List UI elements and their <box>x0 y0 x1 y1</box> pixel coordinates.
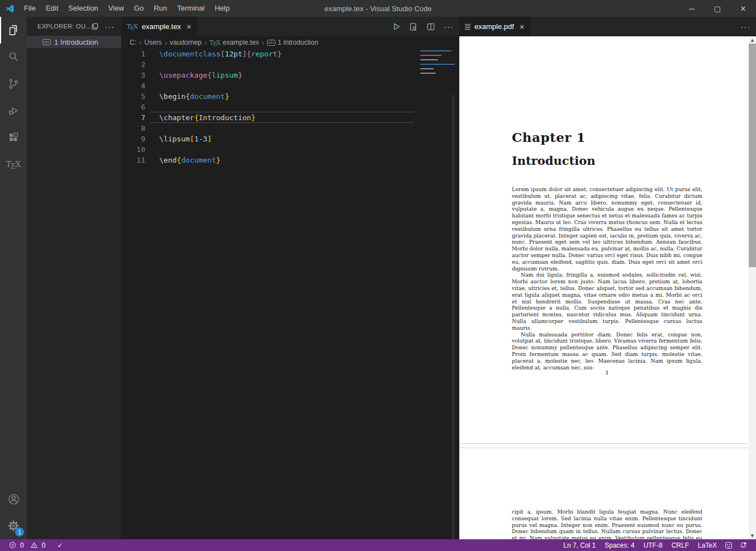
title-bar: FileEditSelectionViewGoRunTerminalHelp e… <box>0 0 756 17</box>
pdf-tab-label: example.pdf <box>474 22 514 31</box>
source-control-icon[interactable] <box>0 70 27 97</box>
sidebar-more-actions-icon[interactable]: ··· <box>104 22 115 31</box>
code-line-8[interactable]: 8 <box>121 123 459 134</box>
menu-terminal[interactable]: Terminal <box>172 0 210 17</box>
breadcrumb-item[interactable]: Users <box>144 39 161 46</box>
errors-count[interactable]: 0 <box>20 542 24 549</box>
menu-help[interactable]: Help <box>210 0 235 17</box>
code-line-6[interactable]: 6 <box>121 102 459 112</box>
breadcrumb-item[interactable]: vaudornep <box>170 39 202 46</box>
run-debug-icon[interactable] <box>0 97 27 124</box>
code-line-10[interactable]: 10 <box>121 144 459 155</box>
view-pdf-button[interactable] <box>409 22 418 31</box>
tex-file-icon: TEX <box>210 39 221 46</box>
close-pdf-tab-icon[interactable]: × <box>520 22 525 31</box>
warnings-count[interactable]: 0 <box>42 542 46 549</box>
symbol-string-icon: abc <box>267 40 275 46</box>
breadcrumb: C:›Users›vaudornep›TEXexample.tex›abc1 I… <box>121 36 459 49</box>
line-number: 2 <box>121 59 145 70</box>
feedback-smiley-icon[interactable] <box>721 542 736 549</box>
menu-file[interactable]: File <box>19 0 41 17</box>
code-line-2[interactable]: 2 <box>121 59 459 70</box>
warnings-icon[interactable] <box>27 542 39 549</box>
search-icon[interactable] <box>0 44 27 70</box>
open-editors-icon[interactable] <box>91 22 99 30</box>
line-number: 5 <box>121 91 145 102</box>
pdf-page1-body: Lorem ipsum dolor sit amet, consectetuer… <box>512 186 702 370</box>
code-line-4[interactable]: 4 <box>121 80 459 91</box>
line-number: 8 <box>121 123 145 134</box>
editor-more-actions-icon[interactable]: ··· <box>444 22 454 31</box>
maximize-button[interactable]: ▢ <box>705 0 730 17</box>
latex-workshop-icon[interactable]: TEX <box>0 151 27 178</box>
line-number: 1 <box>121 49 145 59</box>
menu-run[interactable]: Run <box>149 0 172 17</box>
tab-example-tex[interactable]: TEX example.tex × <box>121 17 197 36</box>
pdf-actions: ··· <box>740 17 750 36</box>
menu-selection[interactable]: Selection <box>63 0 103 17</box>
pdf-page-number: 1 <box>512 369 702 376</box>
line-number: 4 <box>121 80 145 91</box>
status-latex[interactable]: LaTeX <box>693 542 721 549</box>
build-latex-button[interactable] <box>392 22 401 31</box>
status-ln-7-col-1[interactable]: Ln 7, Col 1 <box>559 542 600 549</box>
outline-item-introduction[interactable]: abc 1 Introduction <box>27 36 121 48</box>
symbol-string-icon: abc <box>42 39 51 45</box>
pdf-viewer[interactable]: Chapter 1 Introduction Lorem ipsum dolor… <box>459 36 756 539</box>
line-number: 10 <box>121 144 145 155</box>
status-spaces-4[interactable]: Spaces: 4 <box>600 542 639 549</box>
close-tab-icon[interactable]: × <box>187 22 192 31</box>
minimap[interactable] <box>420 50 455 74</box>
pdf-more-actions-icon[interactable]: ··· <box>740 22 750 31</box>
explorer-icon[interactable] <box>0 17 27 44</box>
pdf-scrollbar-thumb[interactable] <box>749 44 756 267</box>
extensions-icon[interactable] <box>0 124 27 151</box>
pdf-tab-bar: example.pdf × ··· <box>459 17 756 36</box>
tab-label: example.tex <box>142 22 181 31</box>
chevron-right-icon: › <box>203 39 208 47</box>
code-line-9[interactable]: 9\lipsum[1-3] <box>121 134 459 144</box>
scroll-down-icon[interactable]: ▼ <box>749 532 756 539</box>
code-line-1[interactable]: 1\documentclass[12pt]{report} <box>121 49 459 59</box>
menu-edit[interactable]: Edit <box>41 0 63 17</box>
chevron-right-icon: › <box>261 39 265 47</box>
tex-file-icon: TEX <box>127 23 138 30</box>
line-number: 7 <box>121 112 145 123</box>
status-crlf[interactable]: CRLF <box>667 542 693 549</box>
editor-scrollbar[interactable] <box>451 95 455 539</box>
menu-view[interactable]: View <box>103 0 129 17</box>
breadcrumb-item[interactable]: C: <box>130 39 136 46</box>
split-editor-button[interactable] <box>426 22 435 31</box>
code-editor[interactable]: 1\documentclass[12pt]{report}23\usepacka… <box>121 49 459 539</box>
pdf-chapter-heading: Chapter 1 <box>512 130 586 145</box>
pdf-scrollbar[interactable]: ▲ ▼ <box>749 36 756 539</box>
minimize-button[interactable]: ─ <box>679 0 705 17</box>
status-bar-right: Ln 7, Col 1Spaces: 4UTF-8CRLFLaTeX <box>559 542 756 549</box>
page2-top-edge <box>459 448 749 448</box>
chevron-right-icon: › <box>164 39 168 47</box>
chevron-right-icon: › <box>138 39 142 47</box>
notifications-bell-icon[interactable] <box>736 542 750 549</box>
pdf-panel: example.pdf × ··· Chapter 1 Introduction… <box>459 17 756 539</box>
sidebar-title: EXPLORER: OU... <box>37 23 91 30</box>
menu-go[interactable]: Go <box>129 0 149 17</box>
errors-icon[interactable] <box>6 542 17 549</box>
status-bar: 0 0 ✓ Ln 7, Col 1Spaces: 4UTF-8CRLFLaTeX <box>0 539 756 551</box>
settings-gear-icon[interactable]: 1 <box>0 512 27 539</box>
page1-bottom-edge <box>459 443 749 444</box>
code-line-3[interactable]: 3\usepackage{lipsum} <box>121 70 459 80</box>
code-line-5[interactable]: 5\begin{document} <box>121 91 459 102</box>
close-window-button[interactable]: ✕ <box>730 0 756 17</box>
account-icon[interactable] <box>0 486 27 512</box>
code-line-11[interactable]: 11\end{document} <box>121 155 459 165</box>
line-number: 9 <box>121 134 145 144</box>
tab-example-pdf[interactable]: example.pdf × <box>459 17 530 36</box>
scroll-up-icon[interactable]: ▲ <box>749 36 756 44</box>
line-number: 3 <box>121 70 145 80</box>
latex-build-status-icon[interactable]: ✓ <box>57 542 63 549</box>
breadcrumb-item[interactable]: abc1 Introduction <box>267 39 318 46</box>
breadcrumb-item[interactable]: TEXexample.tex <box>210 39 259 46</box>
status-utf-8[interactable]: UTF-8 <box>639 542 667 549</box>
explorer-sidebar: EXPLORER: OU... ··· abc 1 Introduction <box>27 17 121 539</box>
pdf-page2-body: cipit a, ipsum. Morbi blandit ligula feu… <box>512 509 702 539</box>
